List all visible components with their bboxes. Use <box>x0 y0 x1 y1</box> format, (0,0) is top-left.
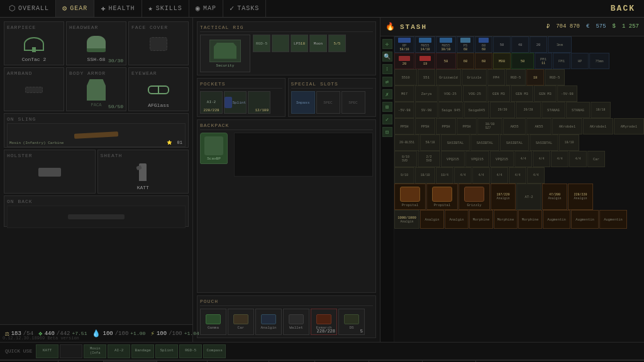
stash-tool-add[interactable]: ✛ <box>382 39 392 49</box>
on-sling-slot[interactable]: ON SLING Mosin (Infantry) Carbine ⭐ 01 <box>4 113 189 148</box>
stash-item-vpq215-3[interactable]: VPQ215 <box>490 151 514 167</box>
stash-item-svd-2-2[interactable]: 2/2SVD <box>418 151 440 167</box>
quick-slot-4[interactable]: AI-2 <box>108 344 130 358</box>
rig-slot-2[interactable] <box>272 35 289 52</box>
stash-item-saiga945-2[interactable]: Saiga945 <box>464 102 489 118</box>
stash-item-s510[interactable]: S510 <box>394 69 417 85</box>
stash-item-20[interactable]: 20 <box>530 36 547 53</box>
stash-item-9-10[interactable]: 9/10 <box>394 167 414 184</box>
stash-item-3mm[interactable]: 3mm <box>548 36 572 53</box>
stash-item-morphine-2[interactable]: Morphine <box>494 210 518 229</box>
stash-item-m67[interactable]: M67 <box>394 85 414 102</box>
stash-tool-check[interactable]: ✓ <box>382 114 392 124</box>
stash-tool-sort-h[interactable]: ⇄ <box>382 77 392 87</box>
backpack-icon[interactable]: ScavBP <box>200 133 231 177</box>
stash-item-vpq215[interactable]: VPQ215 <box>441 151 465 167</box>
stash-item-red-2[interactable]: 19 <box>415 53 435 69</box>
stash-item-ora-2[interactable]: 60 <box>475 53 492 69</box>
nav-overall[interactable]: ⬡ OVERALL <box>3 0 56 17</box>
stash-item-sasibtal-1[interactable]: SASIBTAL <box>441 134 470 151</box>
stash-item-4-4-5[interactable]: 4/4 <box>454 167 472 184</box>
stash-item-18-10-2[interactable]: 18/10 <box>415 167 435 184</box>
pouch-esmarch[interactable]: Esmarch 228/228 <box>311 309 337 335</box>
stash-item-60[interactable]: 6060 <box>475 36 492 53</box>
stash-item-rgd5[interactable]: RGD-5 <box>506 69 526 85</box>
stash-item-vog25-1[interactable]: VOG-25 <box>438 85 462 102</box>
stash-item-38-30[interactable]: 38/30SZ7 <box>477 118 502 134</box>
stash-item-akrobbel[interactable]: AKrobdel <box>552 118 582 134</box>
stash-content[interactable]: RP58/10 M85514/10 M85538/10 PS68 <box>394 36 644 342</box>
stash-item-grn-1[interactable]: 50 <box>511 53 534 69</box>
armband-slot[interactable]: ARMBAND <box>4 67 64 111</box>
stash-item-grizzly[interactable]: Grizzly <box>458 184 490 210</box>
quick-slot-3[interactable]: Mosin (Infa <box>84 344 106 358</box>
stash-item-saiga945[interactable]: Saiga 945 <box>438 102 464 118</box>
nav-gear[interactable]: ⚙ GEAR <box>56 0 94 17</box>
stash-item-75mm[interactable]: 75mm <box>589 53 609 69</box>
quick-slot-5[interactable]: Bandage <box>131 344 154 358</box>
stash-item-s51[interactable]: S51 <box>418 69 435 85</box>
pouch-wallet[interactable]: Wallet <box>283 309 309 335</box>
stash-item-augmentin-2[interactable]: Augmentin <box>571 210 599 229</box>
quick-slot-1[interactable]: KATT <box>36 344 58 358</box>
earpiece-slot[interactable]: EARPIECE ConTac 2 <box>4 21 64 65</box>
stash-item-ppsh-2[interactable]: PPSH <box>415 118 435 134</box>
back-button[interactable]: BACK <box>611 4 641 13</box>
stash-item-m855[interactable]: M85514/10 <box>415 36 435 53</box>
rig-slot-1[interactable]: RGD-5 <box>253 35 270 52</box>
stash-item-4-4-2[interactable]: 4/4 <box>533 151 550 167</box>
stash-item-at-2[interactable]: AT-2 <box>516 184 541 210</box>
stash-item-fm4[interactable]: FM4 <box>487 69 505 85</box>
quick-slot-8[interactable]: Compass <box>203 344 226 358</box>
nav-tasks[interactable]: ✓ TASKS <box>223 0 266 17</box>
stash-item-saiga-20[interactable]: 20/28 <box>516 102 541 118</box>
body-armor-slot[interactable]: BODY ARMOR PACA 50/50 <box>66 67 126 111</box>
quick-slot-2[interactable] <box>60 344 82 358</box>
stash-item-yel-1[interactable]: M98 <box>493 53 511 69</box>
quick-slot-7[interactable]: RGD-5 <box>179 344 202 358</box>
pocket-slot-3[interactable]: 12/100 <box>248 91 270 114</box>
special-slot-3[interactable]: SPEC <box>341 91 365 114</box>
stash-item-ps[interactable]: PS68 <box>457 36 474 53</box>
stash-item-58-18[interactable]: 58/18 <box>420 134 440 151</box>
stash-tool-filter[interactable]: ⊡ <box>382 127 392 137</box>
stash-item-rgd5-2[interactable]: RGD-5 <box>545 69 565 85</box>
stash-item-stanag-2[interactable]: STANAG <box>566 102 590 118</box>
nav-map[interactable]: ◉ MAP <box>189 0 223 17</box>
stash-item-grizzle[interactable]: Grizzle <box>462 69 487 85</box>
pouch-analgin[interactable]: Analgin <box>255 309 282 335</box>
stash-item-analgin-1[interactable]: 47/200 Analgin <box>542 184 567 210</box>
stash-item-pm1[interactable]: PM111 <box>535 53 552 69</box>
stash-item-4-4-8[interactable]: 4/4 <box>509 167 526 184</box>
stash-item-48[interactable]: 48 <box>511 36 529 53</box>
stash-item-augmentin-1[interactable]: Augmentin <box>543 210 570 229</box>
stash-item-50[interactable]: 50 <box>493 36 511 53</box>
stash-item-analgin-row-2[interactable]: Analgin <box>420 210 444 229</box>
stash-item-amyrodel[interactable]: AMyrodel <box>614 118 644 134</box>
stash-tool-grid[interactable]: ⊞ <box>382 102 392 112</box>
rig-slot-5[interactable]: 5/5 <box>328 35 346 52</box>
stash-tool-sort-v[interactable]: ↕ <box>382 64 392 74</box>
stash-item-stanag-1[interactable]: STANAG <box>541 102 565 118</box>
stash-item-zarya[interactable]: Zarya <box>415 85 438 102</box>
stash-item-saiga-29[interactable]: 29/20 <box>490 102 515 118</box>
stash-item-sv98[interactable]: SV-98 <box>415 102 438 118</box>
special-slot-2[interactable]: SPEC <box>316 91 340 114</box>
rig-main-slot[interactable]: Security <box>200 35 250 72</box>
stash-item-genm3-1[interactable]: GEN M3 <box>487 85 510 102</box>
stash-item-propital-1[interactable]: Propital <box>394 184 426 210</box>
rig-slot-3[interactable]: LPS 18 <box>291 35 308 52</box>
stash-item-analgin-row-3[interactable]: Analgin <box>445 210 469 229</box>
stash-item-ak55[interactable]: AK55 <box>503 118 526 134</box>
rig-slot-4[interactable]: Moon <box>309 35 327 52</box>
stash-item-ppsh-1[interactable]: PPSH <box>394 118 414 134</box>
stash-item-m855-2[interactable]: M85538/10 <box>436 36 456 53</box>
stash-item-ppsh-3[interactable]: PPSH <box>436 118 456 134</box>
stash-item-propital-2[interactable]: Propital <box>426 184 458 210</box>
stash-item-analgin-2[interactable]: 228/220 Analgin <box>568 184 593 210</box>
pouch-car[interactable]: Car <box>228 309 254 335</box>
stash-item-vpq215-2[interactable]: VPQ215 <box>465 151 489 167</box>
stash-item-genm3-2[interactable]: GEN M3 <box>511 85 533 102</box>
stash-item-4-4-4[interactable]: 4/4 <box>569 151 587 167</box>
stash-item-car2[interactable]: Car <box>587 151 605 167</box>
